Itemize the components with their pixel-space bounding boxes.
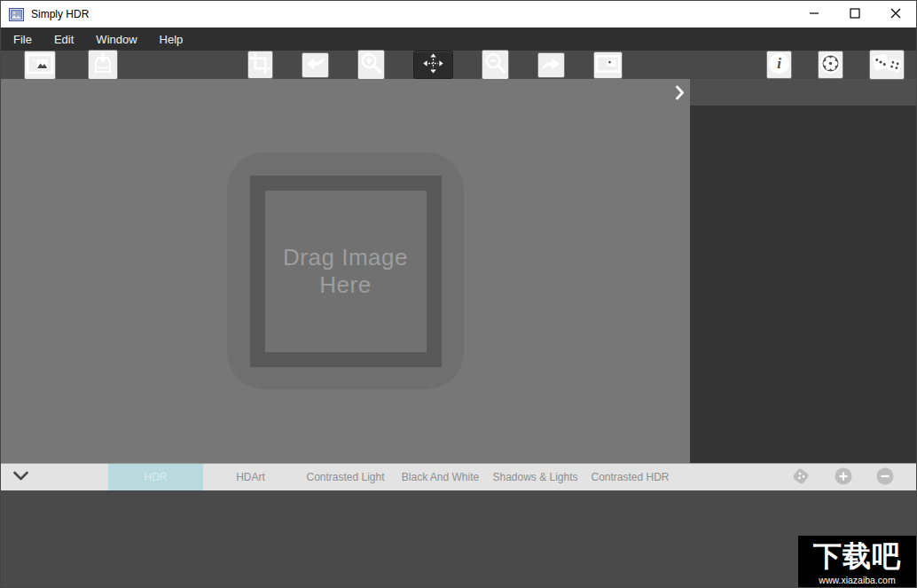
move-tool-button[interactable] <box>413 51 453 79</box>
chevron-down-icon <box>12 470 29 484</box>
redo-icon <box>539 54 563 76</box>
chevron-right-icon <box>675 85 685 103</box>
zoom-out-icon <box>483 51 507 78</box>
watermark: 下载吧 www.xiazaiba.com <box>798 536 916 587</box>
randomize-preset-icon <box>791 466 811 489</box>
image-canvas: Drag Image Here <box>1 79 690 463</box>
image-adjust-icon <box>595 53 621 77</box>
dice-icon <box>871 51 903 78</box>
panel-toggle-button[interactable] <box>675 85 685 103</box>
menu-bar: File Edit Window Help <box>1 27 916 51</box>
preset-tabbar: HDR HDArt Contrasted Light Black And Whi… <box>1 463 916 490</box>
svg-text:i: i <box>777 55 781 72</box>
move-icon <box>421 53 445 76</box>
close-button[interactable] <box>875 1 916 27</box>
dropzone-inner: Drag Image Here <box>265 191 427 352</box>
maximize-button[interactable] <box>835 1 875 27</box>
toolbar: i <box>1 51 916 79</box>
toolbar-left-group <box>24 51 118 79</box>
menu-edit[interactable]: Edit <box>54 33 74 46</box>
image-dropzone[interactable]: Drag Image Here <box>227 153 464 389</box>
redo-button[interactable] <box>537 52 565 78</box>
minimize-button[interactable] <box>794 1 835 27</box>
preset-tabs: HDR HDArt Contrasted Light Black And Whi… <box>108 464 678 490</box>
image-adjust-button[interactable] <box>593 51 623 79</box>
open-image-icon <box>26 52 54 78</box>
undo-icon <box>303 54 327 76</box>
right-panel-header <box>690 79 916 106</box>
tabbar-collapse-button[interactable] <box>12 464 29 490</box>
tab-hdart[interactable]: HDArt <box>203 464 298 490</box>
main-area: Drag Image Here <box>1 79 916 463</box>
open-image-button[interactable] <box>24 51 56 80</box>
app-window: Simply HDR File Edit Window Help <box>0 0 917 588</box>
menu-window[interactable]: Window <box>96 33 137 46</box>
toolbar-center-group <box>247 51 623 79</box>
tab-black-and-white[interactable]: Black And White <box>393 464 488 490</box>
watermark-url: www.xiazaiba.com <box>819 574 895 587</box>
menu-file[interactable]: File <box>13 33 32 46</box>
close-icon <box>890 8 901 21</box>
remove-preset-icon <box>876 467 894 488</box>
window-title: Simply HDR <box>31 8 89 20</box>
add-preset-button[interactable] <box>835 467 852 488</box>
watermark-logo: 下载吧 <box>813 538 901 574</box>
tab-hdr[interactable]: HDR <box>108 464 203 490</box>
window-controls <box>794 1 916 27</box>
zoom-out-button[interactable] <box>482 50 509 80</box>
import-image-button[interactable] <box>88 50 118 80</box>
dropzone-label: Drag Image Here <box>270 244 422 298</box>
settings-icon <box>819 52 842 77</box>
remove-preset-button[interactable] <box>876 467 894 488</box>
settings-button[interactable] <box>818 51 843 79</box>
right-panel <box>690 79 916 463</box>
zoom-in-button[interactable] <box>357 50 385 80</box>
info-button[interactable]: i <box>766 51 792 79</box>
preset-thumbnail-strip: 下载吧 www.xiazaiba.com <box>1 490 916 587</box>
add-preset-icon <box>835 467 852 488</box>
info-icon: i <box>768 52 790 77</box>
crop-button[interactable] <box>247 51 273 79</box>
undo-button[interactable] <box>302 52 329 78</box>
tabbar-actions <box>791 464 894 490</box>
minimize-icon <box>809 8 819 21</box>
toolbar-right-group: i <box>766 51 905 79</box>
import-image-icon <box>90 51 116 78</box>
randomize-preset-button[interactable] <box>791 466 811 489</box>
tab-shadows-and-lights[interactable]: Shadows & Lights <box>488 464 583 490</box>
app-icon <box>9 8 24 21</box>
tab-contrasted-hdr[interactable]: Contrasted HDR <box>583 464 678 490</box>
tab-contrasted-light[interactable]: Contrasted Light <box>298 464 393 490</box>
maximize-icon <box>850 8 860 21</box>
zoom-in-icon <box>359 51 383 78</box>
menu-help[interactable]: Help <box>160 33 184 46</box>
dropzone-border: Drag Image Here <box>250 176 442 367</box>
title-bar: Simply HDR <box>1 1 916 27</box>
crop-icon <box>249 52 271 77</box>
dice-button[interactable] <box>869 50 905 80</box>
